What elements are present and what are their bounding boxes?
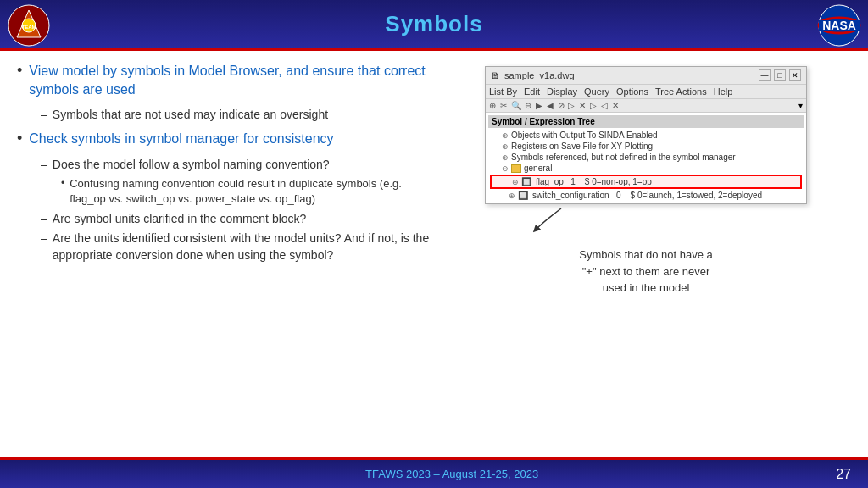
arrow-area xyxy=(485,204,807,234)
tree-section-header: Symbol / Expression Tree xyxy=(488,115,804,128)
caption-line2: "+" next to them are never xyxy=(579,263,713,280)
left-logo: TEAM xyxy=(7,3,51,47)
menu-display[interactable]: Display xyxy=(547,86,577,97)
window-menubar: List By Edit Display Query Options Tree … xyxy=(486,85,806,99)
tree-item-flag-op: ⊕ 🔲 flag_op 1 $ 0=non-op, 1=op xyxy=(490,175,802,189)
sub-bullet-2-2: – Are symbol units clarified in the comm… xyxy=(41,211,432,228)
svg-text:NASA: NASA xyxy=(822,19,856,32)
toolbar-dropdown[interactable]: ▾ xyxy=(798,101,803,110)
main-content: • View model by symbols in Model Browser… xyxy=(0,53,868,458)
right-panel: 🗎 sample_v1a.dwg — □ ✕ List By Edit Disp… xyxy=(441,62,851,449)
footer: TFAWS 2023 – August 21-25, 2023 27 xyxy=(0,458,868,488)
menu-options[interactable]: Options xyxy=(616,86,648,97)
tree-item-switch: ⊕ 🔲 switch_configuration 0 $ 0=launch, 1… xyxy=(488,190,804,201)
bullet-1: • View model by symbols in Model Browser… xyxy=(17,62,432,100)
bullet-dot-2: • xyxy=(17,128,22,149)
left-panel: • View model by symbols in Model Browser… xyxy=(17,62,441,449)
menu-treeactions[interactable]: Tree Actions xyxy=(655,86,707,97)
bullet-2: • Check symbols in symbol manager for co… xyxy=(17,130,432,149)
sub-bullet-2-1: – Does the model follow a symbol naming … xyxy=(41,157,432,174)
minimize-button[interactable]: — xyxy=(759,69,771,81)
tree-item-2: ⊕ Registers on Save File for XY Plotting xyxy=(488,141,804,152)
tree-item-1: ⊕ Objects with Output To SINDA Enabled xyxy=(488,130,804,141)
tree-item-3: ⊕ Symbols referenced, but not defined in… xyxy=(488,152,804,163)
menu-query[interactable]: Query xyxy=(584,86,609,97)
sub-2-3-text: Are the units identified consistent with… xyxy=(53,230,432,263)
tree-item-general: ⊖ general xyxy=(488,163,804,174)
dot-sub-sub: • xyxy=(61,176,64,191)
bullet-2-text: Check symbols in symbol manager for cons… xyxy=(29,130,333,148)
file-icon: 🗎 xyxy=(491,70,500,80)
sub-sub-bullet-2-1-1: • Confusing naming convention could resu… xyxy=(61,176,432,207)
page-title: Symbols xyxy=(385,11,482,37)
sub-2-1-text: Does the model follow a symbol naming co… xyxy=(53,157,330,174)
dash-1: – xyxy=(41,107,47,124)
footer-page: 27 xyxy=(836,467,851,482)
window-titlebar: 🗎 sample_v1a.dwg — □ ✕ xyxy=(486,67,806,85)
window-mockup: 🗎 sample_v1a.dwg — □ ✕ List By Edit Disp… xyxy=(485,66,807,204)
window-body: Symbol / Expression Tree ⊕ Objects with … xyxy=(486,113,806,203)
caption-line1: Symbols that do not have a xyxy=(579,247,713,263)
nasa-logo: NASA xyxy=(817,3,861,47)
menu-edit[interactable]: Edit xyxy=(524,86,540,97)
window-title: 🗎 sample_v1a.dwg xyxy=(491,70,575,80)
svg-text:TEAM: TEAM xyxy=(22,25,36,30)
close-button[interactable]: ✕ xyxy=(789,69,801,81)
header: TEAM Symbols NASA xyxy=(0,0,868,51)
sub-1-1-text: Symbols that are not used may indicate a… xyxy=(53,107,328,124)
sub-sub-2-1-1-text: Confusing naming convention could result… xyxy=(70,176,432,207)
caption-box: Symbols that do not have a "+" next to t… xyxy=(579,247,713,297)
sub-2-2-text: Are symbol units clarified in the commen… xyxy=(53,211,307,228)
window-toolbar: ⊕ ✂ 🔍 ⊖ ▶ ◀ ⊘ ▷ ✕ ▷ ◁ ✕ ▾ xyxy=(486,99,806,113)
footer-conference: TFAWS 2023 – August 21-25, 2023 xyxy=(365,468,538,480)
bullet-dot-1: • xyxy=(17,60,22,81)
menu-help[interactable]: Help xyxy=(714,86,733,97)
toolbar-icons: ⊕ ✂ 🔍 ⊖ ▶ ◀ ⊘ ▷ ✕ ▷ ◁ ✕ xyxy=(489,101,620,110)
dash-2: – xyxy=(41,157,47,174)
dash-4: – xyxy=(41,230,47,247)
window-controls[interactable]: — □ ✕ xyxy=(759,69,801,81)
dash-3: – xyxy=(41,211,47,228)
sub-bullet-1-1: – Symbols that are not used may indicate… xyxy=(41,107,432,124)
caption-line3: used in the model xyxy=(579,280,713,297)
maximize-button[interactable]: □ xyxy=(774,69,786,81)
sub-bullet-2-3: – Are the units identified consistent wi… xyxy=(41,230,432,263)
menu-listby[interactable]: List By xyxy=(489,86,517,97)
window-filename: sample_v1a.dwg xyxy=(504,70,575,80)
bullet-1-text: View model by symbols in Model Browser, … xyxy=(29,62,432,100)
